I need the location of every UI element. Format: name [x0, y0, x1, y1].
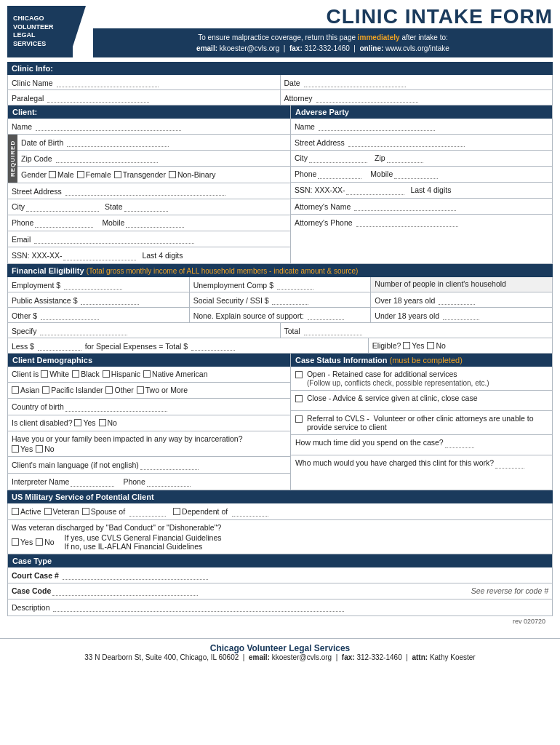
race-two-or-more[interactable]: Two or More [137, 386, 188, 394]
employment-input[interactable] [64, 279, 122, 290]
adverse-atty-name-input[interactable] [354, 201, 456, 211]
public-assist-input[interactable] [81, 295, 139, 305]
clinic-name-input[interactable] [57, 77, 159, 87]
case-status-option2[interactable]: Close - Advice & service given at clinic… [291, 391, 552, 411]
military-active[interactable]: Active [12, 507, 41, 516]
adverse-name-input[interactable] [319, 121, 435, 131]
attorney-input[interactable] [316, 92, 418, 103]
required-label: REQUIRED [8, 135, 17, 183]
rev-note: rev 020720 [7, 616, 553, 626]
gender-female[interactable]: Female [77, 170, 111, 179]
gender-nonbinary-checkbox[interactable] [169, 171, 176, 178]
gender-transgender[interactable]: Transgender [114, 170, 166, 179]
dob-input[interactable] [67, 137, 169, 147]
race-asian[interactable]: Asian [12, 386, 39, 394]
race-white[interactable]: White [41, 370, 69, 378]
total-calc-input[interactable] [191, 340, 235, 351]
over18-input[interactable] [439, 295, 475, 305]
charge-input[interactable] [495, 458, 524, 469]
adverse-mobile-input[interactable] [394, 169, 438, 179]
specify-field: Specify [8, 323, 281, 338]
client-header: Client: [8, 105, 290, 119]
specify-input[interactable] [40, 325, 127, 335]
paralegal-input[interactable] [47, 92, 149, 103]
eligible-no-checkbox[interactable] [427, 342, 434, 349]
unemployment-input[interactable] [277, 279, 313, 290]
gender-nonbinary[interactable]: Non-Binary [169, 170, 216, 179]
disabled-yes[interactable]: Yes [74, 418, 95, 427]
none-explain-input[interactable] [308, 310, 344, 320]
client-name-row: Name [8, 119, 290, 135]
court-case-input[interactable] [63, 570, 208, 580]
total-input[interactable] [304, 325, 362, 335]
street-input[interactable] [65, 186, 225, 196]
military-dependent[interactable]: Dependent of [173, 507, 228, 516]
case-code-input[interactable] [52, 586, 198, 596]
interpreter-row: Interpreter Name Phone [8, 474, 290, 490]
adverse-atty-phone-input[interactable] [356, 217, 458, 227]
incarceration-yes[interactable]: Yes [12, 445, 33, 453]
gender-male-checkbox[interactable] [49, 171, 56, 178]
incarceration-no[interactable]: No [36, 445, 54, 453]
paralegal-field: Paralegal [8, 90, 281, 105]
interpreter-phone-input[interactable] [147, 477, 191, 487]
race-pacific[interactable]: Pacific Islander [42, 386, 103, 394]
social-sec-input[interactable] [272, 295, 308, 305]
adverse-zip-input[interactable] [387, 153, 423, 163]
gender-transgender-checkbox[interactable] [114, 171, 121, 178]
eligible-no[interactable]: No [427, 341, 445, 350]
fin-row5: Less $ for Special Expenses = Total $ El… [8, 338, 552, 353]
under18-input[interactable] [443, 310, 479, 320]
client-phone-input[interactable] [35, 218, 93, 228]
client-adverse-section: Client: Name REQUIRED Date of Birth Zip … [7, 105, 553, 264]
race-black[interactable]: Black [72, 370, 100, 378]
adverse-atty-phone-row: Attorney's Phone [291, 215, 552, 231]
bad-conduct-yes[interactable]: Yes [12, 538, 33, 546]
disabled-no[interactable]: No [99, 418, 117, 427]
gender-female-checkbox[interactable] [77, 171, 84, 178]
client-email-input[interactable] [34, 234, 194, 244]
country-input[interactable] [65, 402, 167, 412]
adverse-street-input[interactable] [348, 137, 465, 147]
time-spent-input[interactable] [445, 438, 474, 448]
eligible-yes-checkbox[interactable] [403, 342, 410, 349]
client-name-input[interactable] [36, 121, 181, 131]
military-spouse[interactable]: Spouse of [82, 507, 125, 516]
client-mobile-input[interactable] [126, 218, 184, 228]
zip-input[interactable] [56, 153, 158, 163]
demographics-section: Client Demographics Client is White Blac… [8, 354, 291, 490]
language-input[interactable] [140, 460, 199, 470]
org-name: Chicago Volunteer Legal Services [7, 643, 553, 653]
adverse-party-header: Adverse Party [291, 105, 552, 119]
race-other[interactable]: Other [105, 386, 133, 394]
race-hispanic[interactable]: Hispanic [103, 370, 140, 378]
spouse-input[interactable] [129, 506, 166, 517]
description-input[interactable] [53, 602, 344, 612]
military-veteran[interactable]: Veteran [44, 507, 79, 516]
client-ssn-input[interactable] [63, 250, 136, 260]
bad-conduct-no[interactable]: No [36, 538, 54, 546]
city-state-row: City State [8, 199, 290, 215]
case-status-open-checkbox[interactable] [295, 371, 303, 378]
other-fin-input[interactable] [41, 310, 99, 320]
adverse-city-input[interactable] [309, 153, 367, 163]
city-input[interactable] [26, 202, 99, 212]
case-status-option1[interactable]: Open - Retained case for additional serv… [291, 367, 552, 391]
date-input[interactable] [304, 77, 406, 87]
case-status-referral-checkbox[interactable] [295, 415, 303, 423]
gender-male[interactable]: Male [49, 170, 74, 179]
case-status-close-checkbox[interactable] [295, 395, 303, 402]
case-status-option3[interactable]: Referral to CVLS - Volunteer or other cl… [291, 411, 552, 435]
incarceration-row: Have you or your family been impacted in… [8, 431, 290, 457]
race-native[interactable]: Native American [143, 370, 207, 378]
interpreter-input[interactable] [71, 477, 114, 487]
adverse-phone-input[interactable] [318, 169, 361, 179]
none-explain-field: None. Explain source of support: [190, 308, 372, 322]
street-row: Street Address [8, 183, 290, 199]
employment-field: Employment $ [8, 277, 190, 292]
dependent-input[interactable] [232, 506, 268, 517]
state-input[interactable] [124, 202, 168, 212]
eligible-yes[interactable]: Yes [403, 341, 424, 350]
less-input[interactable] [38, 340, 81, 351]
adverse-ssn-input[interactable] [346, 185, 404, 195]
